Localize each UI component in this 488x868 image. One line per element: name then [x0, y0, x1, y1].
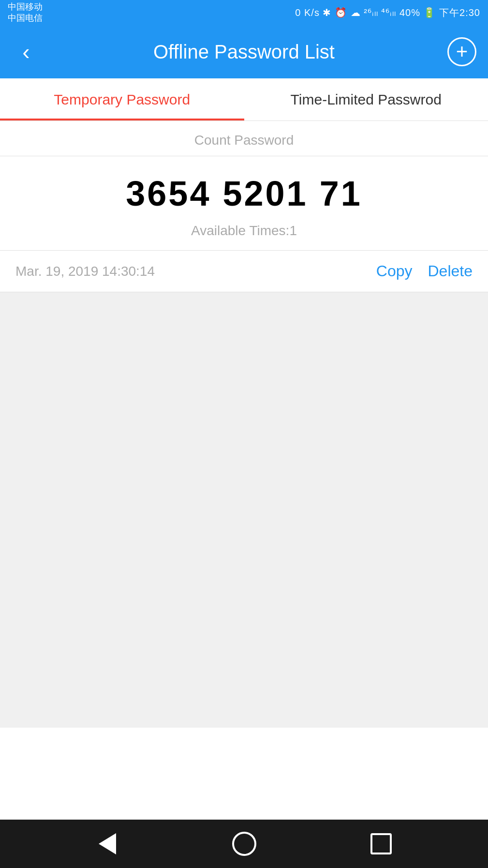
- tab-time-limited-password-label: Time-Limited Passwrod: [291, 91, 442, 108]
- status-signal: 0 K/s ✱ ⏰ ☁ ²⁶ᵢₗₗ ⁴⁶ᵢₗₗ 40% 🔋: [295, 7, 436, 18]
- count-password-label: Count Password: [0, 121, 488, 156]
- page-title: Offline Password List: [41, 41, 447, 63]
- tab-temporary-password[interactable]: Temporary Password: [0, 78, 244, 120]
- status-bar: 中国移动 中国电信 0 K/s ✱ ⏰ ☁ ²⁶ᵢₗₗ ⁴⁶ᵢₗₗ 40% 🔋 …: [0, 0, 488, 25]
- password-number: 3654 5201 71: [0, 156, 488, 223]
- home-circle-icon: [232, 832, 256, 856]
- nav-bar: ‹ Offline Password List +: [0, 25, 488, 78]
- back-triangle-icon: [99, 833, 116, 854]
- delete-button[interactable]: Delete: [428, 262, 473, 280]
- tab-bar: Temporary Password Time-Limited Passwrod: [0, 78, 488, 121]
- tab-temporary-password-label: Temporary Password: [54, 91, 190, 108]
- tab-time-limited-password[interactable]: Time-Limited Passwrod: [244, 78, 488, 120]
- bottom-nav: [0, 820, 488, 868]
- carrier2: 中国电信: [8, 13, 43, 24]
- empty-area: [0, 292, 488, 728]
- add-button[interactable]: +: [447, 37, 476, 66]
- nav-recents-button[interactable]: [367, 829, 396, 858]
- copy-button[interactable]: Copy: [376, 262, 413, 280]
- nav-home-button[interactable]: [230, 829, 259, 858]
- status-time: 下午2:30: [439, 7, 480, 18]
- back-button[interactable]: ‹: [12, 39, 41, 65]
- password-card: Count Password 3654 5201 71 Available Ti…: [0, 121, 488, 292]
- card-actions: Copy Delete: [376, 262, 473, 280]
- recents-square-icon: [370, 833, 392, 854]
- status-right: 0 K/s ✱ ⏰ ☁ ²⁶ᵢₗₗ ⁴⁶ᵢₗₗ 40% 🔋 下午2:30: [295, 6, 480, 19]
- carrier-info: 中国移动 中国电信: [8, 1, 43, 24]
- timestamp: Mar. 19, 2019 14:30:14: [15, 264, 155, 279]
- carrier1: 中国移动: [8, 1, 43, 13]
- card-footer: Mar. 19, 2019 14:30:14 Copy Delete: [0, 251, 488, 292]
- available-times: Available Times:1: [0, 223, 488, 251]
- content-area: Count Password 3654 5201 71 Available Ti…: [0, 121, 488, 820]
- nav-back-button[interactable]: [93, 829, 122, 858]
